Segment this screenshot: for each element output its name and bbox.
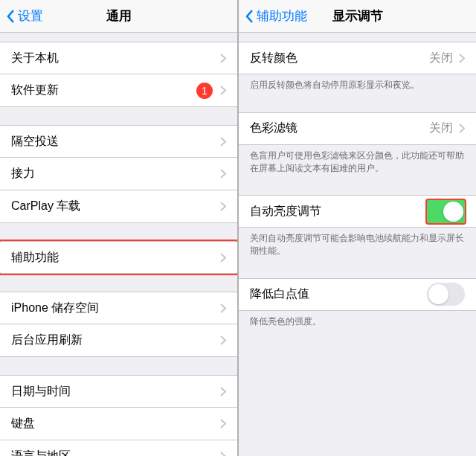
row-label: 关于本机: [11, 51, 220, 66]
settings-row[interactable]: 软件更新1: [0, 74, 237, 107]
right-header: 辅助功能 显示调节: [239, 0, 476, 33]
left-body: 关于本机软件更新1隔空投送接力CarPlay 车载辅助功能iPhone 储存空间…: [0, 33, 237, 456]
row-label: 接力: [11, 166, 220, 182]
toggle-switch[interactable]: [427, 283, 465, 306]
row-label: 辅助功能: [11, 250, 220, 266]
settings-row[interactable]: 自动亮度调节: [239, 195, 476, 228]
group-footer: 色盲用户可使用色彩滤镜来区分颜色，此功能还可帮助在屏幕上阅读文本有困难的用户。: [239, 145, 476, 178]
settings-row[interactable]: 语言与地区: [0, 440, 237, 456]
badge: 1: [196, 83, 213, 99]
back-button-left[interactable]: 设置: [6, 7, 43, 25]
row-label: CarPlay 车载: [11, 199, 220, 214]
settings-row[interactable]: 键盘: [0, 408, 237, 440]
right-body: 反转颜色关闭启用反转颜色将自动停用原彩显示和夜览。色彩滤镜关闭色盲用户可使用色彩…: [239, 33, 476, 456]
switch-knob: [443, 202, 463, 222]
chevron-right-icon: [220, 335, 226, 345]
settings-row[interactable]: 接力: [0, 158, 237, 190]
group-footer: 降低亮色的强度。: [239, 311, 476, 331]
chevron-left-icon: [245, 9, 254, 24]
row-label: 降低白点值: [250, 286, 427, 302]
settings-row[interactable]: 反转颜色关闭: [239, 42, 476, 74]
settings-row[interactable]: 隔空投送: [0, 125, 237, 158]
chevron-right-icon: [220, 202, 226, 211]
row-label: 自动亮度调节: [250, 204, 427, 219]
row-label: 反转颜色: [250, 51, 429, 66]
switch-knob: [428, 284, 448, 304]
chevron-right-icon: [220, 419, 226, 428]
left-panel: 设置 通用 关于本机软件更新1隔空投送接力CarPlay 车载辅助功能iPhon…: [0, 0, 239, 456]
chevron-right-icon: [220, 452, 226, 456]
row-label: 日期与时间: [11, 384, 220, 399]
settings-row[interactable]: 日期与时间: [0, 375, 237, 408]
row-label: 键盘: [11, 416, 220, 431]
row-label: 色彩滤镜: [250, 121, 429, 136]
chevron-right-icon: [220, 304, 226, 313]
left-header: 设置 通用: [0, 0, 237, 33]
group-footer: 关闭自动亮度调节可能会影响电池续航能力和显示屏长期性能。: [239, 228, 476, 260]
chevron-right-icon: [220, 54, 226, 63]
chevron-right-icon: [220, 253, 226, 263]
group-footer: 启用反转颜色将自动停用原彩显示和夜览。: [239, 74, 476, 94]
row-value: 关闭: [429, 121, 453, 136]
row-value: 关闭: [429, 51, 453, 66]
back-button-right[interactable]: 辅助功能: [245, 7, 307, 25]
settings-row[interactable]: 降低白点值: [239, 278, 476, 311]
chevron-right-icon: [220, 387, 226, 396]
row-label: 软件更新: [11, 83, 196, 98]
page-title-left: 通用: [106, 7, 132, 25]
settings-row[interactable]: CarPlay 车载: [0, 190, 237, 223]
settings-row[interactable]: 关于本机: [0, 42, 237, 74]
right-panel: 辅助功能 显示调节 反转颜色关闭启用反转颜色将自动停用原彩显示和夜览。色彩滤镜关…: [239, 0, 476, 456]
settings-row[interactable]: 色彩滤镜关闭: [239, 112, 476, 145]
settings-row[interactable]: 辅助功能: [0, 241, 237, 274]
chevron-right-icon: [459, 123, 465, 133]
settings-row[interactable]: iPhone 储存空间: [0, 292, 237, 324]
row-label: 后台应用刷新: [11, 333, 220, 348]
chevron-right-icon: [220, 86, 226, 95]
chevron-right-icon: [459, 54, 465, 63]
chevron-right-icon: [220, 137, 226, 147]
chevron-left-icon: [6, 9, 15, 24]
settings-row[interactable]: 后台应用刷新: [0, 324, 237, 357]
row-label: iPhone 储存空间: [11, 301, 220, 316]
row-label: 语言与地区: [11, 449, 220, 456]
chevron-right-icon: [220, 169, 226, 179]
back-label: 辅助功能: [257, 7, 307, 25]
page-title-right: 显示调节: [332, 7, 383, 25]
toggle-switch[interactable]: [427, 200, 465, 223]
back-label: 设置: [18, 7, 43, 25]
row-label: 隔空投送: [11, 134, 220, 150]
